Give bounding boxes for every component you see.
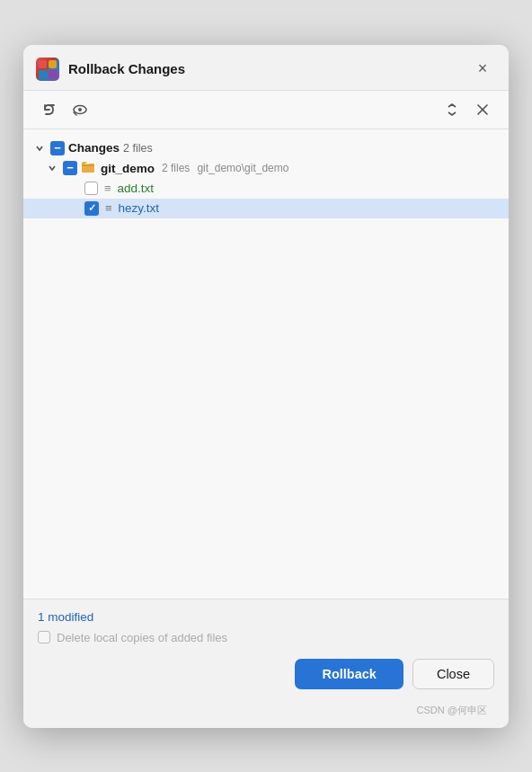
file-item-0[interactable]: ≡ add.txt: [23, 179, 509, 199]
file-name-1: hezy.txt: [119, 201, 160, 215]
svg-rect-3: [49, 70, 57, 78]
file-lines-icon-1: ≡: [105, 201, 112, 215]
svg-point-5: [78, 108, 82, 111]
rollback-dialog: Rollback Changes ×: [23, 45, 509, 728]
svg-rect-0: [39, 60, 47, 68]
file-checkbox-1[interactable]: [84, 201, 99, 216]
changes-root[interactable]: Changes 2 files: [23, 138, 509, 158]
dialog-title: Rollback Changes: [68, 61, 462, 76]
delete-copies-label: Delete local copies of added files: [57, 631, 227, 644]
toolbar-close-button[interactable]: [469, 96, 496, 123]
title-close-button[interactable]: ×: [471, 58, 494, 81]
file-lines-icon-0: ≡: [104, 182, 111, 195]
rollback-button[interactable]: Rollback: [295, 659, 403, 689]
folder-item[interactable]: git_demo 2 files git_demo\git_demo: [23, 158, 509, 179]
expand-collapse-button[interactable]: [439, 96, 466, 123]
folder-count: 2 files: [162, 162, 190, 174]
file-checkbox-0[interactable]: [84, 182, 98, 195]
delete-copies-checkbox[interactable]: [38, 631, 50, 643]
folder-checkbox[interactable]: [63, 161, 77, 175]
file-item-1[interactable]: ≡ hezy.txt: [23, 199, 509, 218]
app-logo: [36, 58, 59, 81]
changes-chevron[interactable]: [32, 141, 47, 155]
folder-path: git_demo\git_demo: [197, 162, 288, 174]
file-tree-area: Changes 2 files git_demo 2 files git_dem…: [23, 129, 509, 599]
modified-status: 1 modified: [38, 610, 494, 624]
watermark: CSDN @何申区: [38, 702, 494, 721]
changes-label: Changes: [68, 141, 120, 155]
file-name-0: add.txt: [118, 182, 155, 195]
svg-rect-8: [85, 163, 89, 164]
undo-button[interactable]: [36, 96, 63, 123]
title-bar: Rollback Changes ×: [23, 45, 509, 91]
folder-chevron[interactable]: [45, 161, 59, 175]
folder-icon: [81, 161, 95, 176]
preview-button[interactable]: [66, 96, 93, 123]
changes-count: 2 files: [123, 142, 153, 155]
close-button[interactable]: Close: [412, 659, 494, 689]
toolbar: [23, 91, 509, 129]
svg-rect-1: [49, 60, 57, 68]
button-row: Rollback Close: [38, 652, 494, 695]
changes-checkbox[interactable]: [50, 141, 65, 155]
bottom-area: 1 modified Delete local copies of added …: [23, 599, 509, 728]
delete-copies-row: Delete local copies of added files: [38, 631, 494, 644]
svg-rect-2: [39, 70, 47, 78]
folder-name: git_demo: [101, 162, 155, 175]
